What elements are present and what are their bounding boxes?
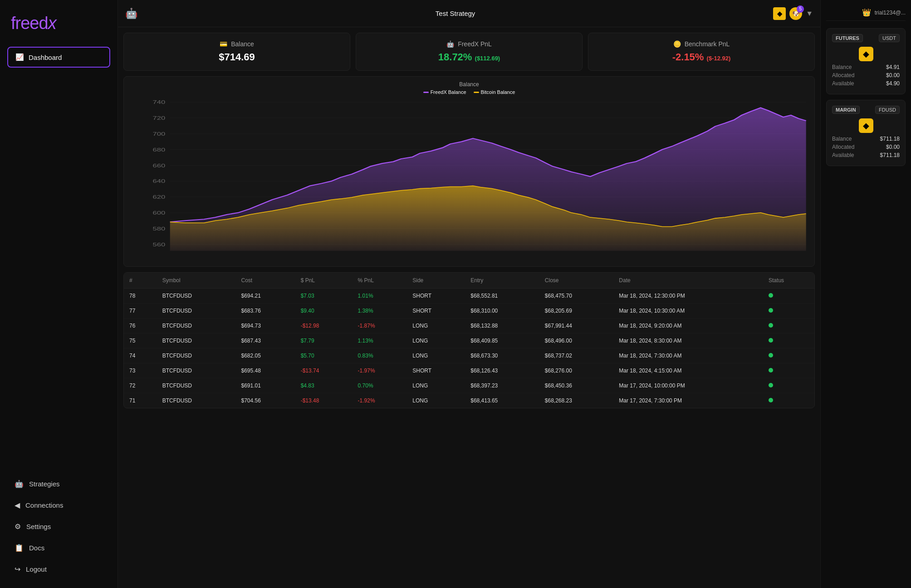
- logo-text-freed: freed: [11, 14, 48, 33]
- margin-balance-label: Balance: [832, 136, 852, 142]
- cell-pnl-pct: -1.92%: [353, 393, 407, 408]
- cell-pnl-pct: 1.01%: [353, 289, 407, 304]
- main-content: 🤖 Test Strategy ◆ 🐶 5 ▼ 💳 Balance $714.6…: [118, 0, 820, 588]
- topbar-icons: ◆ 🐶 5 ▼: [773, 7, 813, 20]
- binance-icon[interactable]: ◆: [773, 7, 786, 20]
- margin-available-label: Available: [832, 152, 854, 158]
- connections-label: Connections: [25, 501, 63, 509]
- cell-symbol: BTCFDUSD: [157, 304, 236, 318]
- table-row: 78 BTCFDUSD $694.21 $7.03 1.01% SHORT $6…: [124, 289, 814, 304]
- cell-pnl-dollar: $5.70: [295, 348, 353, 363]
- cell-side: SHORT: [407, 289, 465, 304]
- settings-label: Settings: [26, 523, 51, 530]
- cell-pnl-pct: 1.38%: [353, 304, 407, 318]
- wallet-icon: 💳: [220, 40, 227, 48]
- cell-cost: $695.48: [236, 363, 295, 378]
- benchmark-pnl-sub: ($-12.92): [707, 55, 731, 62]
- col-status: Status: [763, 273, 814, 289]
- futures-currency: USDT: [879, 34, 900, 42]
- sidebar-item-docs[interactable]: 📋 Docs: [7, 538, 110, 558]
- freedx-pnl-card: 🤖 FreedX PnL 18.72% ($112.69): [356, 33, 583, 71]
- svg-text:700: 700: [152, 131, 165, 137]
- cell-pnl-pct: 0.70%: [353, 378, 407, 393]
- col-symbol: Symbol: [157, 273, 236, 289]
- futures-allocated-value: $0.00: [886, 72, 900, 78]
- cell-side: LONG: [407, 393, 465, 408]
- cell-date: Mar 17, 2024, 10:00:00 PM: [613, 378, 763, 393]
- strategy-name: Test Strategy: [143, 10, 768, 17]
- table-row: 77 BTCFDUSD $683.76 $9.40 1.38% SHORT $6…: [124, 304, 814, 318]
- futures-header: FUTURES USDT: [832, 34, 900, 42]
- cell-pnl-dollar: $7.79: [295, 333, 353, 348]
- sidebar-item-strategies[interactable]: 🤖 Strategies: [7, 474, 110, 494]
- col-cost: Cost: [236, 273, 295, 289]
- dashboard-icon: 📈: [15, 53, 24, 61]
- cell-entry: $68,409.85: [465, 333, 539, 348]
- cell-date: Mar 18, 2024, 8:30:00 AM: [613, 333, 763, 348]
- futures-balance-row: Balance $4.91: [832, 64, 900, 70]
- cell-status: [763, 289, 814, 304]
- cell-status: [763, 318, 814, 333]
- sidebar-item-settings[interactable]: ⚙ Settings: [7, 517, 110, 536]
- futures-available-row: Available $4.90: [832, 80, 900, 87]
- cell-cost: $694.73: [236, 318, 295, 333]
- cell-num: 74: [124, 348, 157, 363]
- table-row: 75 BTCFDUSD $687.43 $7.79 1.13% LONG $68…: [124, 333, 814, 348]
- svg-text:680: 680: [152, 147, 165, 152]
- cell-pnl-dollar: -$12.98: [295, 318, 353, 333]
- user-text: trial1234@...: [875, 10, 906, 16]
- benchmark-pnl-label: 🪙 Benchmark PnL: [673, 40, 730, 48]
- svg-text:660: 660: [152, 163, 165, 168]
- cell-side: LONG: [407, 378, 465, 393]
- balance-value: $714.69: [219, 51, 255, 63]
- table-row: 71 BTCFDUSD $704.56 -$13.48 -1.92% LONG …: [124, 393, 814, 408]
- cell-pnl-pct: 1.13%: [353, 333, 407, 348]
- futures-allocated-row: Allocated $0.00: [832, 72, 900, 78]
- robot-icon: 🤖: [125, 8, 137, 20]
- logo: freedx: [11, 14, 107, 33]
- cell-entry: $68,310.00: [465, 304, 539, 318]
- chart-container: Balance FreedX Balance Bitcoin Balance: [123, 76, 815, 267]
- cell-status: [763, 304, 814, 318]
- cell-close: $68,496.00: [539, 333, 614, 348]
- cell-cost: $694.21: [236, 289, 295, 304]
- notification-badge[interactable]: 🐶 5: [789, 7, 802, 20]
- cell-pnl-pct: -1.97%: [353, 363, 407, 378]
- logo-accent: x: [48, 14, 56, 33]
- col-close: Close: [539, 273, 614, 289]
- cell-cost: $683.76: [236, 304, 295, 318]
- sidebar-item-logout[interactable]: ↪ Logout: [7, 559, 110, 579]
- dropdown-arrow-icon[interactable]: ▼: [806, 10, 813, 18]
- cell-num: 72: [124, 378, 157, 393]
- legend-freedx: FreedX Balance: [423, 89, 466, 95]
- sidebar-item-connections[interactable]: ◀ Connections: [7, 495, 110, 515]
- col-pnl-pct: % PnL: [353, 273, 407, 289]
- col-side: Side: [407, 273, 465, 289]
- cell-pnl-pct: -1.87%: [353, 318, 407, 333]
- futures-tag: FUTURES: [832, 34, 863, 42]
- nav-items: 🤖 Strategies ◀ Connections ⚙ Settings 📋 …: [0, 474, 118, 579]
- cell-side: LONG: [407, 318, 465, 333]
- svg-text:620: 620: [152, 195, 165, 200]
- margin-allocated-row: Allocated $0.00: [832, 144, 900, 150]
- table-row: 74 BTCFDUSD $682.05 $5.70 0.83% LONG $68…: [124, 348, 814, 363]
- cell-status: [763, 348, 814, 363]
- cell-cost: $682.05: [236, 348, 295, 363]
- crown-icon: 👑: [862, 8, 871, 17]
- margin-available-row: Available $711.18: [832, 152, 900, 158]
- legend-freedx-label: FreedX Balance: [431, 89, 466, 95]
- right-topbar: 👑 trial1234@...: [826, 5, 906, 21]
- settings-icon: ⚙: [15, 522, 21, 531]
- cell-symbol: BTCFDUSD: [157, 348, 236, 363]
- cell-close: $68,205.69: [539, 304, 614, 318]
- margin-tag: MARGIN: [832, 106, 860, 114]
- cell-date: Mar 18, 2024, 9:20:00 AM: [613, 318, 763, 333]
- strategies-icon: 🤖: [15, 480, 24, 488]
- cell-close: $68,450.36: [539, 378, 614, 393]
- dashboard-button[interactable]: 📈 Dashboard: [7, 47, 110, 68]
- benchmark-pnl-value: -2.15% ($-12.92): [672, 51, 731, 63]
- cell-close: $68,737.02: [539, 348, 614, 363]
- futures-binance-logo: ◆: [859, 47, 873, 61]
- status-dot: [769, 398, 773, 402]
- cell-pnl-dollar: -$13.48: [295, 393, 353, 408]
